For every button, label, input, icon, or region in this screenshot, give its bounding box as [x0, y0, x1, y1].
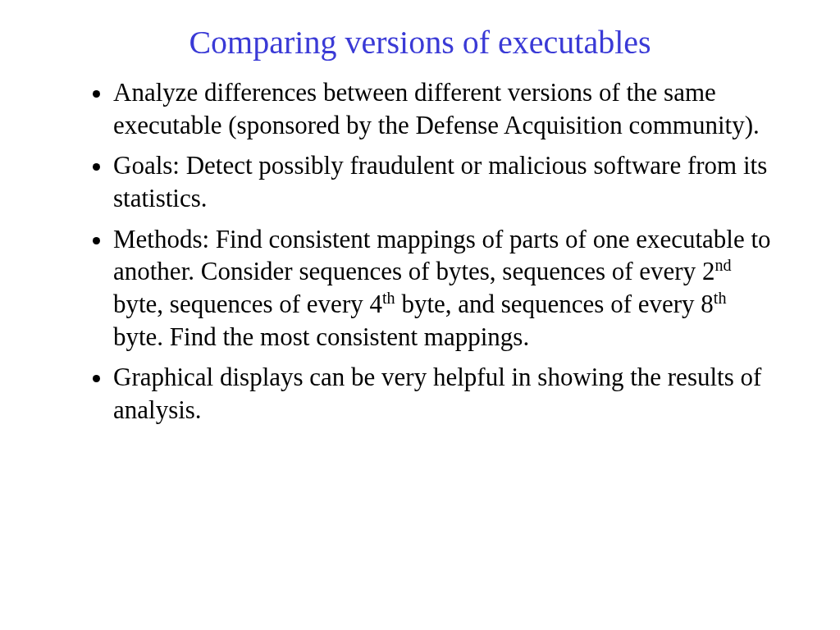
- slide-title: Comparing versions of executables: [49, 23, 791, 62]
- list-item: Goals: Detect possibly fraudulent or mal…: [113, 149, 791, 214]
- list-item: Analyze differences between different ve…: [113, 76, 791, 141]
- list-item: Graphical displays can be very helpful i…: [113, 361, 791, 426]
- ordinal-suffix: th: [382, 289, 395, 307]
- text-segment: byte. Find the most consistent mappings.: [113, 322, 529, 351]
- bullet-list: Analyze differences between different ve…: [49, 76, 791, 427]
- text-segment: byte, sequences of every 4: [113, 290, 382, 318]
- slide: Comparing versions of executables Analyz…: [0, 0, 840, 630]
- text-segment: Methods: Find consistent mappings of par…: [113, 225, 771, 286]
- ordinal-suffix: th: [714, 289, 727, 307]
- text-segment: byte, and sequences of every 8: [395, 290, 714, 318]
- ordinal-suffix: nd: [714, 256, 731, 274]
- list-item: Methods: Find consistent mappings of par…: [113, 223, 791, 354]
